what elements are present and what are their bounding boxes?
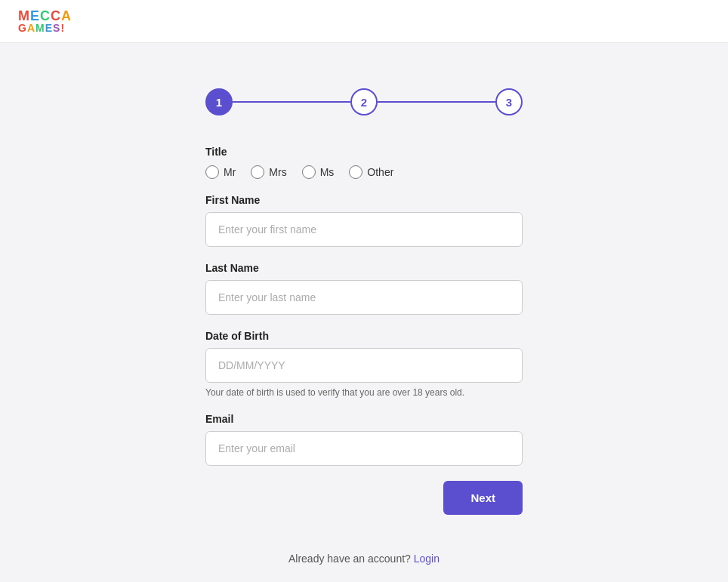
title-mrs-label: Mrs xyxy=(269,166,286,178)
step-2: 2 xyxy=(350,88,378,115)
step-1: 1 xyxy=(205,88,233,115)
registration-form: 1 2 3 Title Mr Mrs xyxy=(205,88,523,565)
step-3: 3 xyxy=(495,88,523,115)
login-prompt: Already have an account? Login xyxy=(205,553,523,565)
step-line-1-2 xyxy=(233,101,350,103)
title-mrs-option[interactable]: Mrs xyxy=(251,165,286,179)
first-name-label: First Name xyxy=(205,194,523,206)
title-ms-radio[interactable] xyxy=(302,165,316,179)
step-line-2-3 xyxy=(378,101,495,103)
login-link[interactable]: Login xyxy=(414,553,440,565)
email-field-group: Email xyxy=(205,413,523,466)
title-other-option[interactable]: Other xyxy=(349,165,393,179)
title-mr-radio[interactable] xyxy=(205,165,219,179)
dob-label: Date of Birth xyxy=(205,330,523,342)
dob-hint: Your date of birth is used to verify tha… xyxy=(205,387,523,398)
next-button[interactable]: Next xyxy=(443,481,523,515)
title-mrs-radio[interactable] xyxy=(251,165,264,179)
site-logo: MECCA GAMES! xyxy=(18,9,72,33)
title-mr-option[interactable]: Mr xyxy=(205,165,236,179)
last-name-input[interactable] xyxy=(205,280,523,315)
title-field-group: Title Mr Mrs Ms Other xyxy=(205,146,523,179)
first-name-input[interactable] xyxy=(205,212,523,247)
button-row: Next xyxy=(205,481,523,515)
dob-field-group: Date of Birth Your date of birth is used… xyxy=(205,330,523,398)
title-radio-group: Mr Mrs Ms Other xyxy=(205,165,523,179)
last-name-label: Last Name xyxy=(205,262,523,274)
title-mr-label: Mr xyxy=(224,166,236,178)
email-input[interactable] xyxy=(205,431,523,466)
title-other-label: Other xyxy=(367,166,393,178)
title-ms-option[interactable]: Ms xyxy=(302,165,335,179)
title-label: Title xyxy=(205,146,523,158)
title-other-radio[interactable] xyxy=(349,165,362,179)
site-header: MECCA GAMES! xyxy=(0,0,728,43)
last-name-field-group: Last Name xyxy=(205,262,523,315)
email-label: Email xyxy=(205,413,523,425)
dob-input[interactable] xyxy=(205,348,523,383)
already-account-text: Already have an account? xyxy=(288,553,411,565)
title-ms-label: Ms xyxy=(320,166,335,178)
first-name-field-group: First Name xyxy=(205,194,523,247)
progress-stepper: 1 2 3 xyxy=(205,88,523,115)
